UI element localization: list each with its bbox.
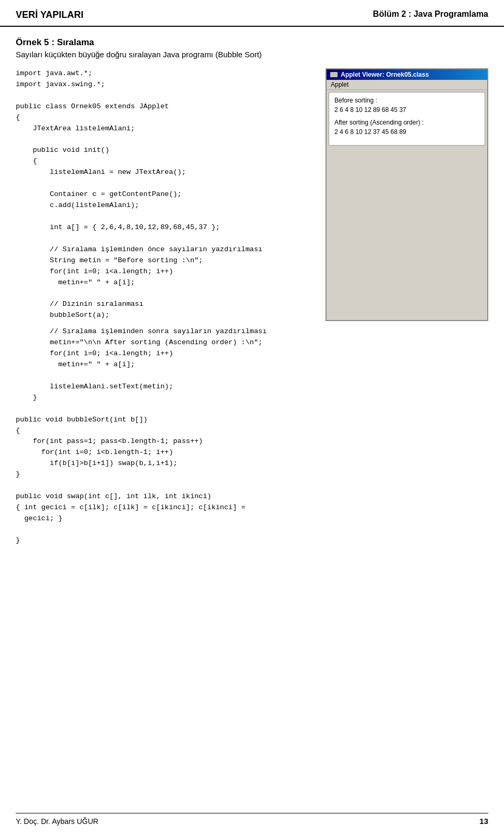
code-block-top: import java.awt.*; import javax.swing.*;… <box>16 68 310 321</box>
applet-menu-bar[interactable]: Applet <box>327 80 487 90</box>
applet-title: Applet Viewer: Ornek05.class <box>341 71 429 78</box>
applet-title-bar: Applet Viewer: Ornek05.class <box>327 69 487 80</box>
applet-viewer: Applet Viewer: Ornek05.class Applet Befo… <box>326 68 488 321</box>
applet-body: Before sorting : 2 6 4 8 10 12 89 68 45 … <box>329 92 485 146</box>
header-left: VERİ YAPILARI <box>16 9 83 20</box>
code-block-bottom: // Sıralama işleminden sonra sayıların y… <box>16 326 488 546</box>
footer-page-number: 13 <box>479 817 488 826</box>
page-footer: Y. Doç. Dr. Aybars UĞUR 13 <box>16 813 488 826</box>
before-sorting-label: Before sorting : <box>334 97 479 104</box>
page-content: Örnek 5 : Sıralama Sayıları küçükten büy… <box>0 27 504 557</box>
after-sorting-values: 2 4 6 8 10 12 37 45 68 89 <box>334 128 479 136</box>
before-sorting-values: 2 6 4 8 10 12 89 68 45 37 <box>334 106 479 114</box>
applet-menu-label: Applet <box>331 81 349 88</box>
after-sorting-label: After sorting (Ascending order) : <box>334 119 479 126</box>
content-row: import java.awt.*; import javax.swing.*;… <box>16 68 488 321</box>
header-right: Bölüm 2 : Java Programlama <box>373 9 488 19</box>
page-header: VERİ YAPILARI Bölüm 2 : Java Programlama <box>0 0 504 27</box>
section-subtitle: Sayıları küçükten büyüğe doğru sıralayan… <box>16 50 488 59</box>
section-title: Örnek 5 : Sıralama <box>16 37 488 48</box>
monitor-icon <box>330 71 338 78</box>
footer-author: Y. Doç. Dr. Aybars UĞUR <box>16 817 98 826</box>
